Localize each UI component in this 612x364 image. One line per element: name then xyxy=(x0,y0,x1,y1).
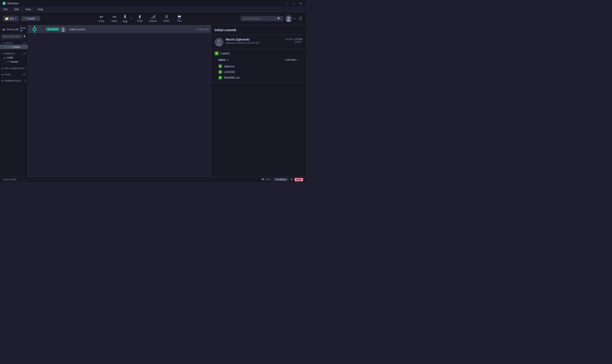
local-master-label: master xyxy=(13,46,21,48)
author-name: Marcin Zajkowski xyxy=(226,38,283,41)
stash-icon: ⚲ xyxy=(165,15,168,19)
submodules-section-header[interactable]: ▶ SUBMODULES 0 xyxy=(0,79,28,82)
sidebar-header: ◀ Viewing 2/2 Show All xyxy=(0,25,28,34)
submodules-count: 0 xyxy=(25,79,26,82)
commit-area: ▤ master Initial commit 6 days ago xyxy=(28,25,211,177)
menu-file[interactable]: File xyxy=(2,7,9,11)
file-row-gitignore[interactable]: + .gitignore xyxy=(215,63,302,69)
repo-selector[interactable]: 📁 pat ▼ xyxy=(3,16,19,21)
commit-avatar xyxy=(61,27,66,32)
menu-edit[interactable]: Edit xyxy=(13,7,20,11)
file-name-gitignore: .gitignore xyxy=(224,65,235,68)
hamburger-menu-button[interactable]: ☰ xyxy=(298,15,303,22)
free-badge: FREE xyxy=(294,178,303,181)
commit-row-initial[interactable]: ▤ master Initial commit 6 days ago xyxy=(28,25,211,33)
commit-hash-row: commit: 12119a xyxy=(285,38,302,40)
detail-panel: Initial commit Marcin Zajkowski authored… xyxy=(211,25,306,177)
sidebar-section-remote: ▼ REMOTE 1/1 ☁ origin ⎇ master xyxy=(0,51,28,65)
menu-help[interactable]: Help xyxy=(36,7,45,11)
cloud-icon: ☁ xyxy=(3,56,6,59)
svg-point-0 xyxy=(287,17,290,20)
list-view-icon[interactable]: ≡ xyxy=(297,58,298,62)
remote-section-header[interactable]: ▼ REMOTE 1/1 xyxy=(0,52,28,55)
file-name-license: LICENSE xyxy=(224,70,235,73)
file-name-readme: README.md xyxy=(224,76,239,79)
minimize-button[interactable]: – xyxy=(285,1,290,5)
added-header: + 3 added xyxy=(215,52,302,55)
tags-title: ▶ TAGS xyxy=(2,73,11,76)
statusbar-origin-master: origin master xyxy=(3,178,17,181)
show-all-button[interactable]: Show All xyxy=(20,27,26,32)
path-label: Full Path xyxy=(285,58,296,61)
app-icon: 🐙 xyxy=(2,2,6,5)
push-button[interactable]: ⬆ Push xyxy=(134,14,146,23)
files-path-column: Full Path ≡ xyxy=(285,58,298,62)
stash-button[interactable]: ⚲ Stash xyxy=(160,14,173,23)
author-avatar xyxy=(215,38,223,46)
search-commits-bar[interactable]: 🔍 xyxy=(240,16,283,21)
file-row-license[interactable]: + LICENSE xyxy=(215,69,302,75)
branch-icon: ⎇ xyxy=(8,45,11,48)
sidebar-item-master-local[interactable]: ✓ ⎇ master xyxy=(0,45,28,49)
main-layout: ◀ Viewing 2/2 Show All 🔍 ▼ LOCAL 1/1 ✓ ⎇ xyxy=(0,25,306,177)
master-branch-tag-label: master xyxy=(51,28,58,30)
tags-section-header[interactable]: ▶ TAGS 0/0 xyxy=(0,73,28,76)
maximize-button[interactable]: □ xyxy=(291,1,297,5)
parent-label: parent: xyxy=(295,40,302,43)
feedback-button[interactable]: Feedback xyxy=(273,178,288,181)
update-icon: ⬆ xyxy=(290,178,293,181)
branch-button[interactable]: ⎇ Branch xyxy=(146,14,160,23)
file-added-icon: + xyxy=(219,65,222,68)
name-label: Name xyxy=(219,58,226,61)
repo-chevron-icon: ▼ xyxy=(15,17,17,20)
push-icon: ⬆ xyxy=(138,15,142,19)
pull-requests-section-header[interactable]: ▶ PULL REQUESTS 0 xyxy=(0,67,28,70)
redo-label: Redo xyxy=(112,20,117,22)
sidebar-item-origin-master[interactable]: ⎇ master xyxy=(0,60,28,64)
search-commits-input[interactable] xyxy=(242,17,276,20)
commit-detail-title: Initial commit xyxy=(211,25,306,35)
user-avatar[interactable] xyxy=(285,15,292,22)
graph-node xyxy=(33,27,37,31)
parent-row: parent: xyxy=(285,40,302,43)
commit-author-row: Marcin Zajkowski authored 3/12/2017 @ 9:… xyxy=(211,35,306,50)
redo-button[interactable]: ↪ Redo xyxy=(108,14,120,23)
files-name-column: Name ▲ xyxy=(219,58,229,61)
sidebar-section-local: ▼ LOCAL 1/1 ✓ ⎇ master xyxy=(0,40,28,51)
pop-icon: ⬒ xyxy=(178,15,181,19)
collapse-pr-icon: ▶ xyxy=(2,67,4,70)
local-section-header[interactable]: ▼ LOCAL 1/1 xyxy=(0,41,28,45)
toolbar-actions: ↩ Undo ↪ Redo ⬇ Pull ▼ ⬆ Push ⎇ Branch ⚲ xyxy=(95,13,186,24)
back-button[interactable]: ◀ xyxy=(2,27,4,31)
branch-icon: ⎇ xyxy=(23,17,26,20)
file-row-readme[interactable]: + README.md xyxy=(215,75,302,80)
pull-dropdown-button[interactable]: ▼ xyxy=(129,16,133,21)
svg-point-5 xyxy=(217,39,221,43)
sidebar-item-origin[interactable]: ☁ origin xyxy=(0,55,28,60)
svg-point-2 xyxy=(62,28,64,30)
filter-input[interactable] xyxy=(1,35,22,39)
pull-button-group: ⬇ Pull ▼ xyxy=(121,13,133,24)
check-icon: ✓ xyxy=(5,45,7,48)
pull-button[interactable]: ⬇ Pull xyxy=(121,13,129,24)
sidebar-section-submodules: ▶ SUBMODULES 0 xyxy=(0,78,28,84)
svg-point-1 xyxy=(286,20,291,22)
undo-button[interactable]: ↩ Undo xyxy=(95,14,108,23)
viewing-info: Viewing 2/2 xyxy=(6,28,19,31)
pull-icon: ⬇ xyxy=(123,14,127,19)
commit-time: 6 days ago xyxy=(197,28,209,30)
origin-master-label: master xyxy=(10,60,18,63)
branch-label: Branch xyxy=(149,20,157,22)
master-branch-tag: ▤ master xyxy=(46,27,60,31)
zoom-level: 🔍 100% xyxy=(262,178,271,181)
branch-toolbar-icon: ⎇ xyxy=(151,15,156,19)
close-button[interactable]: ✕ xyxy=(298,1,304,5)
local-section-title: ▼ LOCAL xyxy=(2,42,13,44)
submodules-title: ▶ SUBMODULES xyxy=(2,79,21,82)
branch-selector[interactable]: ⎇ master ▼ xyxy=(21,16,40,21)
collapse-local-icon: ▼ xyxy=(2,42,4,44)
file-added-icon-readme: + xyxy=(219,76,222,79)
pop-button[interactable]: ⬒ Pop xyxy=(173,14,186,23)
menu-view[interactable]: View xyxy=(24,7,33,11)
push-label: Push xyxy=(137,20,143,22)
